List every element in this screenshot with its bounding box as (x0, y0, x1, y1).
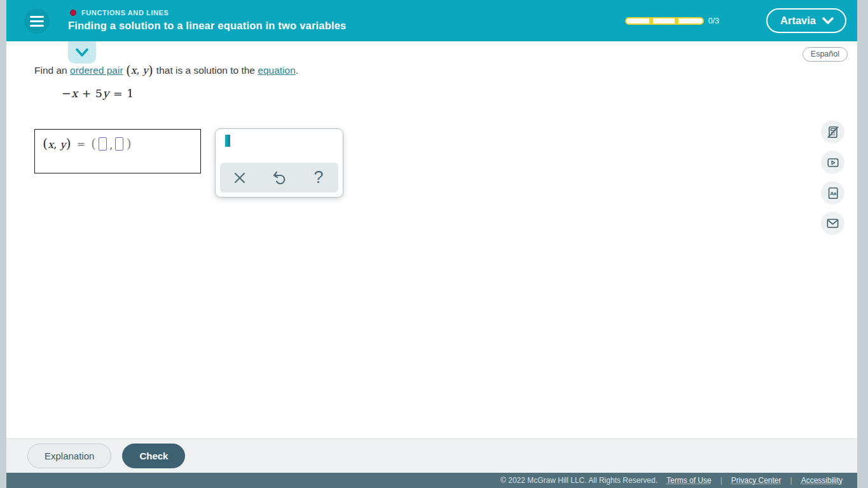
calculator-disabled-button[interactable] (821, 120, 844, 144)
undo-button[interactable] (265, 165, 293, 191)
user-menu-button[interactable]: Artavia (766, 8, 846, 33)
user-name: Artavia (780, 15, 816, 27)
x-value-input[interactable] (99, 137, 107, 151)
glossary-button[interactable]: Aa (821, 181, 844, 205)
progress-bar (625, 17, 704, 25)
footer: © 2022 McGraw Hill LLC. All Rights Reser… (6, 473, 857, 488)
y-value-input[interactable] (115, 137, 123, 151)
answer-box: (x, y) = (,) (34, 129, 201, 173)
progress-label: 0/3 (708, 17, 719, 25)
clear-button[interactable] (226, 165, 254, 191)
terms-of-use-link[interactable]: Terms of Use (666, 476, 712, 485)
title-block: FUNCTIONS AND LINES Finding a solution t… (68, 9, 347, 32)
page-title: Finding a solution to a linear equation … (68, 20, 347, 32)
topic-status-dot-icon (70, 10, 76, 16)
chevron-down-icon (822, 17, 834, 25)
action-bar: Explanation Check (6, 438, 857, 473)
svg-text:Aa: Aa (830, 190, 837, 196)
topic-label: FUNCTIONS AND LINES (81, 9, 169, 17)
question-text: Find an ordered pair (x, y) that is a so… (34, 63, 298, 78)
equation-link[interactable]: equation (258, 65, 295, 76)
language-button[interactable]: Español (803, 47, 848, 62)
close-icon (233, 171, 247, 185)
undo-icon (272, 170, 287, 186)
video-button[interactable] (821, 151, 844, 174)
check-button[interactable]: Check (122, 444, 185, 468)
math-tool-palette: ? (215, 128, 343, 198)
question-mark-icon: ? (313, 169, 323, 186)
help-button[interactable]: ? (305, 165, 333, 191)
main-content: Español Find an ordered pair (x, y) that… (6, 41, 857, 438)
collapse-header-tab[interactable] (68, 41, 96, 64)
equals-sign: = (77, 138, 85, 150)
menu-button[interactable] (24, 8, 50, 34)
message-button[interactable] (821, 212, 844, 235)
no-calculator-icon (826, 125, 840, 139)
dictionary-icon: Aa (826, 186, 840, 200)
progress-group: 0/3 (625, 17, 719, 25)
header: FUNCTIONS AND LINES Finding a solution t… (6, 0, 857, 41)
privacy-center-link[interactable]: Privacy Center (731, 476, 782, 485)
fraction-tool-button[interactable] (221, 135, 234, 147)
hamburger-icon (30, 16, 44, 18)
video-play-icon (826, 156, 840, 170)
palette-tray: ? (220, 163, 338, 193)
equation-display: −x + 5y = 1 (62, 87, 134, 100)
app-window: FUNCTIONS AND LINES Finding a solution t… (6, 0, 857, 488)
ordered-pair-link[interactable]: ordered pair (70, 65, 123, 76)
explanation-button[interactable]: Explanation (27, 444, 111, 468)
answer-label: (x, y) (43, 136, 71, 151)
envelope-icon (825, 216, 840, 231)
copyright-text: © 2022 McGraw Hill LLC. All Rights Reser… (500, 476, 658, 485)
math-pair: (x, y) (126, 65, 156, 76)
chevron-down-icon (75, 48, 89, 58)
accessibility-link[interactable]: Accessibility (801, 476, 843, 485)
